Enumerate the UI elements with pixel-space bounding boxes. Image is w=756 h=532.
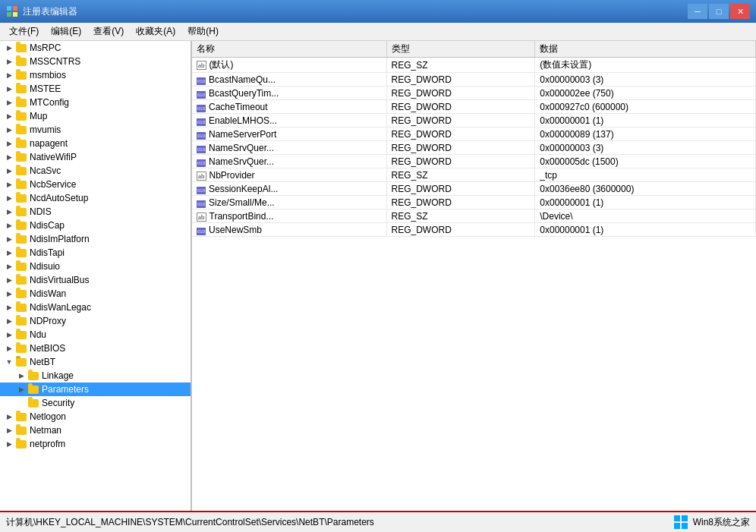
expander-icon[interactable]: ▶ [3,411,15,423]
tree-item-Ndisuio[interactable]: ▶Ndisuio [0,260,191,273]
folder-icon [15,206,27,218]
tree-item-Netman[interactable]: ▶Netman [0,423,191,437]
expander-icon[interactable]: ▶ [3,274,15,286]
menu-item-编辑[interactable]: 编辑(E) [45,24,87,39]
expander-icon[interactable] [15,397,27,409]
tree-item-NDIS[interactable]: ▶NDIS [0,205,191,219]
expander-icon[interactable]: ▶ [3,124,15,136]
table-row[interactable]: 010Size/Small/Me...REG_DWORD0x00000001 (… [192,196,756,209]
minimize-button[interactable]: ─ [688,4,707,19]
tree-item-NetBIOS[interactable]: ▶NetBIOS [0,342,191,355]
table-row[interactable]: 010NameSrvQuer...REG_DWORD0x000005dc (15… [192,155,756,168]
tree-item-MTConfig[interactable]: ▶MTConfig [0,96,191,109]
tree-item-NdisTapi[interactable]: ▶NdisTapi [0,246,191,260]
menu-item-文件[interactable]: 文件(F) [3,24,45,39]
expander-icon[interactable]: ▶ [3,96,15,109]
tree-item-NdisImPlatform[interactable]: ▶NdisImPlatforn [0,232,191,246]
folder-icon [15,124,27,136]
reg-type-icon: 010 [197,200,206,208]
table-row[interactable]: 010EnableLMHOS...REG_DWORD0x00000001 (1) [192,114,756,127]
expander-icon[interactable]: ▶ [3,233,15,245]
status-bar: 计算机\HKEY_LOCAL_MACHINE\SYSTEM\CurrentCon… [0,511,756,532]
table-row[interactable]: abTransportBind...REG_SZ\Device\ [192,209,756,223]
table-row[interactable]: 010NameSrvQuer...REG_DWORD0x00000003 (3) [192,141,756,155]
tree-item-Netlogon[interactable]: ▶Netlogon [0,410,191,423]
tree-item-NdisCap[interactable]: ▶NdisCap [0,219,191,232]
tree-item-NetBT[interactable]: ▼NetBT [0,355,191,369]
expander-icon[interactable]: ▶ [3,288,15,300]
tree-item-NcdAutoSetup[interactable]: ▶NcdAutoSetup [0,191,191,205]
table-row[interactable]: 010NameServerPortREG_DWORD0x00000089 (13… [192,127,756,141]
expander-icon[interactable]: ▶ [3,260,15,272]
tree-item-NdisWan[interactable]: ▶NdisWan [0,287,191,301]
menu-item-收藏夹[interactable]: 收藏夹(A) [130,24,181,39]
menu-item-帮助[interactable]: 帮助(H) [181,24,225,39]
tree-item-Linkage[interactable]: ▶Linkage [0,369,191,382]
cell-data: 0x00000003 (3) [535,73,756,87]
folder-icon [15,301,27,313]
menu-item-查看[interactable]: 查看(V) [87,24,130,39]
folder-icon [15,192,27,204]
expander-icon[interactable]: ▶ [3,151,15,163]
folder-icon [15,219,27,231]
values-panel[interactable]: 名称 类型 数据 ab(默认)REG_SZ(数值未设置)010BcastName… [192,41,756,511]
expander-icon[interactable]: ▶ [3,438,15,450]
tree-item-napagent[interactable]: ▶napagent [0,137,191,150]
tree-item-MSSCNTRS[interactable]: ▶MSSCNTRS [0,55,191,68]
tree-item-MSTEE[interactable]: ▶MSTEE [0,82,191,96]
expander-icon[interactable]: ▶ [3,110,15,122]
expander-icon[interactable]: ▶ [3,206,15,218]
cell-type: REG_DWORD [386,223,535,237]
tree-label: NdisVirtualBus [30,275,89,285]
tree-item-mvumis[interactable]: ▶mvumis [0,123,191,137]
expander-icon[interactable]: ▶ [15,370,27,382]
expander-icon[interactable]: ▶ [3,315,15,327]
tree-item-NcbService[interactable]: ▶NcbService [0,178,191,191]
expander-icon[interactable]: ▶ [3,301,15,313]
tree-item-MsRPC[interactable]: ▶MsRPC [0,41,191,55]
expander-icon[interactable]: ▶ [3,55,15,68]
expander-icon[interactable]: ▶ [3,329,15,341]
tree-item-NdisVirtualBus[interactable]: ▶NdisVirtualBus [0,273,191,287]
tree-item-NdisWanLegacy[interactable]: ▶NdisWanLegac [0,301,191,314]
cell-type: REG_DWORD [386,182,535,196]
expander-icon[interactable]: ▶ [3,219,15,231]
table-row[interactable]: abNbProviderREG_SZ_tcp [192,168,756,182]
expander-icon[interactable]: ▶ [3,247,15,259]
tree-item-Security[interactable]: Security [0,396,191,410]
expander-icon[interactable]: ▶ [3,424,15,436]
title-bar: 注册表编辑器 ─ □ ✕ [0,0,756,23]
expander-icon[interactable]: ▶ [3,165,15,177]
tree-item-NcaSvc[interactable]: ▶NcaSvc [0,164,191,178]
table-row[interactable]: 010CacheTimeoutREG_DWORD0x000927c0 (6000… [192,100,756,114]
expander-icon[interactable]: ▶ [3,42,15,54]
tree-label: NetBIOS [30,343,65,354]
tree-label: Linkage [42,370,74,381]
expander-icon[interactable]: ▶ [3,137,15,150]
expander-icon[interactable]: ▶ [3,192,15,204]
tree-item-Parameters[interactable]: ▶Parameters [0,382,191,396]
tree-item-NativeWifiP[interactable]: ▶NativeWifiP [0,150,191,164]
maximize-button[interactable]: □ [709,4,729,19]
table-row[interactable]: 010BcastQueryTim...REG_DWORD0x000002ee (… [192,87,756,100]
cell-type: REG_DWORD [386,127,535,141]
expander-icon[interactable]: ▶ [15,383,27,395]
table-row[interactable]: ab(默认)REG_SZ(数值未设置) [192,58,756,73]
tree-item-Ndu[interactable]: ▶Ndu [0,328,191,342]
tree-label: NativeWifiP [30,152,77,162]
tree-item-msmbios[interactable]: ▶msmbios [0,68,191,82]
expander-icon[interactable]: ▼ [3,356,15,368]
table-row[interactable]: 010SessionKeepAl...REG_DWORD0x0036ee80 (… [192,182,756,196]
tree-item-NDProxy[interactable]: ▶NDProxy [0,314,191,328]
close-button[interactable]: ✕ [730,4,750,19]
tree-panel[interactable]: ▶MsRPC▶MSSCNTRS▶msmbios▶MSTEE▶MTConfig▶M… [0,41,191,511]
table-row[interactable]: 010UseNewSmbREG_DWORD0x00000001 (1) [192,223,756,237]
cell-data: \Device\ [535,209,756,223]
expander-icon[interactable]: ▶ [3,178,15,190]
expander-icon[interactable]: ▶ [3,69,15,81]
expander-icon[interactable]: ▶ [3,83,15,95]
expander-icon[interactable]: ▶ [3,342,15,354]
table-row[interactable]: 010BcastNameQu...REG_DWORD0x00000003 (3) [192,73,756,87]
tree-item-Mup[interactable]: ▶Mup [0,109,191,123]
tree-item-netprofm[interactable]: ▶netprofm [0,437,191,451]
